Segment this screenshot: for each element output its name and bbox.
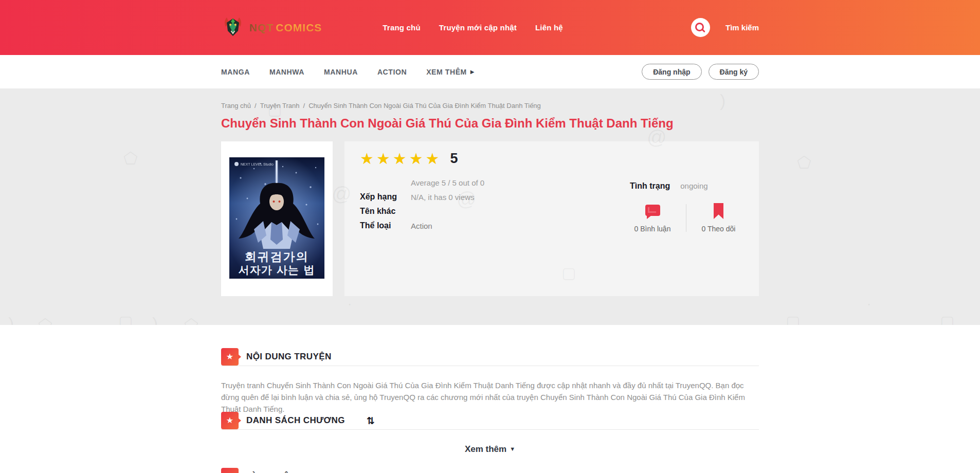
bg-pattern — [786, 314, 800, 325]
section-chapters-title: DANH SÁCH CHƯƠNG — [246, 415, 345, 426]
page-title: Chuyển Sinh Thành Con Ngoài Giá Thú Của … — [221, 116, 759, 131]
comments-count: 0 Bình luận — [634, 225, 671, 233]
cover-box: NEXT LEVEL Studio 회귀검가의 서자가 사는 법 — [221, 141, 333, 296]
chevron-down-icon: ▼ — [510, 446, 515, 452]
comic-description: Truyện tranh Chuyển Sinh Thành Con Ngoài… — [221, 379, 759, 415]
comments-counter: 0 Bình luận — [619, 203, 686, 233]
cat-manhua[interactable]: MANHUA — [324, 68, 358, 76]
breadcrumb-comics[interactable]: Truyện Tranh — [260, 102, 300, 110]
bg-pattern — [184, 317, 198, 325]
bg-pattern — [868, 300, 870, 308]
dragon-logo-icon — [221, 15, 245, 41]
section-star-badge: ★ — [221, 348, 239, 366]
comic-meta: Average 5 / 5 out of 0 Xếp hạng N/A, it … — [360, 175, 484, 233]
nav-home[interactable]: Trang chủ — [383, 23, 420, 32]
bg-pattern — [349, 300, 351, 308]
bg-pattern — [118, 314, 133, 325]
section-star-badge: ★ — [221, 412, 239, 429]
comic-cover-image: NEXT LEVEL Studio 회귀검가의 서자가 사는 법 — [229, 157, 324, 281]
comment-icon — [645, 205, 660, 216]
nav-contact[interactable]: Liên hệ — [535, 23, 563, 32]
rating-value: N/A, it has 0 views — [411, 193, 484, 202]
svg-text:서자가 사는 법: 서자가 사는 법 — [239, 264, 315, 276]
star-icon: ★ — [226, 416, 233, 425]
cat-manga[interactable]: MANGA — [221, 68, 250, 76]
section-content-header: ★ NỘI DUNG TRUYỆN — [221, 348, 759, 366]
nav-new-updates[interactable]: Truyện mới cập nhật — [439, 23, 517, 32]
search-button[interactable] — [691, 18, 710, 37]
breadcrumb-separator: / — [255, 102, 257, 110]
sort-chapters-icon[interactable]: ⇅ — [367, 415, 375, 427]
follows-count: 0 Theo dõi — [702, 225, 736, 233]
social-counters: 0 Bình luận 0 Theo dõi — [619, 203, 751, 233]
section-comments-header: ★ BÌNH LUẬN (0) — [221, 468, 759, 473]
breadcrumb: Trang chủ / Truyện Tranh / Chuyển Sinh T… — [221, 102, 759, 110]
svg-text:회귀검가의: 회귀검가의 — [245, 250, 309, 263]
register-button[interactable]: Đăng ký — [709, 64, 759, 80]
auth-buttons: Đăng nhập Đăng ký — [642, 64, 759, 80]
category-bar: MANGA MANHWA MANHUA ACTION XEM THÊM▶ Đăn… — [0, 55, 980, 88]
bg-pattern — [123, 150, 138, 167]
breadcrumb-current: Chuyển Sinh Thành Con Ngoài Giá Thú Của … — [308, 102, 541, 110]
show-more-button[interactable]: Xem thêm▼ — [221, 444, 759, 454]
alt-name-label: Tên khác — [360, 207, 411, 216]
cat-see-more[interactable]: XEM THÊM▶ — [426, 68, 475, 76]
genre-label: Thể loại — [360, 221, 411, 230]
bg-pattern — [8, 315, 14, 325]
genre-value[interactable]: Action — [411, 222, 484, 230]
logo-wordmark: NQTCOMICS — [249, 22, 322, 34]
star-icon: ★ — [226, 353, 233, 361]
bg-pattern — [152, 315, 158, 325]
section-content-title: NỘI DUNG TRUYỆN — [246, 352, 332, 362]
site-logo[interactable]: NQTCOMICS — [221, 15, 322, 41]
main-nav: Trang chủ Truyện mới cập nhật Liên hệ — [383, 23, 563, 32]
breadcrumb-home[interactable]: Trang chủ — [221, 102, 251, 110]
search-icon — [695, 23, 704, 31]
rating-score: 5 — [450, 151, 458, 167]
login-button[interactable]: Đăng nhập — [642, 64, 701, 80]
top-header: NQTCOMICS Trang chủ Truyện mới cập nhật … — [0, 0, 980, 55]
section-chapters-header: ★ DANH SÁCH CHƯƠNG ⇅ — [221, 412, 759, 430]
rating-stars[interactable]: ★★★★★ — [360, 150, 442, 168]
follow-counter[interactable]: 0 Theo dõi — [686, 203, 751, 233]
bg-pattern — [940, 314, 954, 325]
submenu-arrow-icon: ▶ — [470, 69, 475, 75]
rating-average-text: Average 5 / 5 out of 0 — [411, 178, 484, 187]
comic-hero: Trang chủ / Truyện Tranh / Chuyển Sinh T… — [0, 88, 980, 325]
main-content: ★ NỘI DUNG TRUYỆN Truyện tranh Chuyển Si… — [0, 325, 980, 473]
bg-pattern — [797, 154, 811, 171]
bookmark-icon — [714, 203, 723, 219]
svg-text:NEXT LEVEL Studio: NEXT LEVEL Studio — [241, 162, 274, 166]
rating-label: Xếp hạng — [360, 192, 411, 202]
category-nav: MANGA MANHWA MANHUA ACTION XEM THÊM▶ — [221, 68, 475, 76]
breadcrumb-separator: / — [303, 102, 305, 110]
section-star-badge: ★ — [221, 468, 239, 473]
cat-action[interactable]: ACTION — [377, 68, 407, 76]
cat-manhwa[interactable]: MANHWA — [269, 68, 304, 76]
search-area: Tìm kiếm — [691, 18, 759, 37]
search-label[interactable]: Tìm kiếm — [725, 23, 759, 32]
status-value: ongoing — [680, 181, 707, 190]
status-block: Tình trạng ongoing — [630, 181, 708, 191]
comic-info-panel: ★★★★★ 5 Average 5 / 5 out of 0 Xếp hạng … — [344, 141, 759, 296]
bg-pattern — [38, 317, 52, 325]
status-label: Tình trạng — [630, 181, 670, 191]
